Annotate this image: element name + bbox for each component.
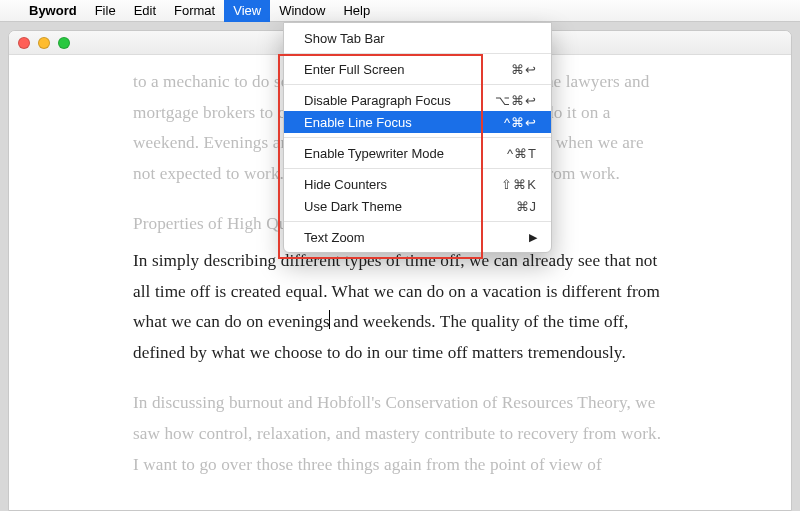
- menu-disable-paragraph-focus[interactable]: Disable Paragraph Focus ⌥⌘↩: [284, 89, 551, 111]
- menu-enable-typewriter-mode[interactable]: Enable Typewriter Mode ^⌘T: [284, 142, 551, 164]
- menubar-help[interactable]: Help: [334, 0, 379, 22]
- paragraph-focused: In simply describing different types of …: [133, 246, 667, 368]
- menu-shortcut: ⇧⌘K: [501, 177, 537, 192]
- menubar-view[interactable]: View: [224, 0, 270, 22]
- traffic-light-zoom-icon[interactable]: [58, 37, 70, 49]
- menu-shortcut: ⌘↩: [511, 62, 537, 77]
- menubar-edit[interactable]: Edit: [125, 0, 165, 22]
- menu-shortcut: ^⌘T: [507, 146, 537, 161]
- menu-label: Use Dark Theme: [304, 199, 402, 214]
- menu-text-zoom[interactable]: Text Zoom ▶: [284, 226, 551, 248]
- menu-label: Hide Counters: [304, 177, 387, 192]
- paragraph-dimmed: In discussing burnout and Hobfoll's Cons…: [133, 388, 667, 480]
- menubar-window[interactable]: Window: [270, 0, 334, 22]
- menu-label: Disable Paragraph Focus: [304, 93, 451, 108]
- menu-separator: [284, 168, 551, 169]
- menu-hide-counters[interactable]: Hide Counters ⇧⌘K: [284, 173, 551, 195]
- traffic-light-minimize-icon[interactable]: [38, 37, 50, 49]
- menu-shortcut: ⌥⌘↩: [495, 93, 537, 108]
- menubar: Byword File Edit Format View Window Help: [0, 0, 800, 22]
- menu-enable-line-focus[interactable]: Enable Line Focus ^⌘↩: [284, 111, 551, 133]
- view-menu: Show Tab Bar Enter Full Screen ⌘↩ Disabl…: [283, 22, 552, 253]
- menu-enter-full-screen[interactable]: Enter Full Screen ⌘↩: [284, 58, 551, 80]
- menu-label: Show Tab Bar: [304, 31, 385, 46]
- menu-separator: [284, 137, 551, 138]
- menu-label: Enable Line Focus: [304, 115, 412, 130]
- menu-separator: [284, 53, 551, 54]
- menubar-app-name[interactable]: Byword: [20, 0, 86, 22]
- chevron-right-icon: ▶: [529, 231, 537, 244]
- menu-label: Enter Full Screen: [304, 62, 404, 77]
- menubar-file[interactable]: File: [86, 0, 125, 22]
- menu-label: Text Zoom: [304, 230, 365, 245]
- menu-shortcut: ⌘J: [516, 199, 538, 214]
- traffic-light-close-icon[interactable]: [18, 37, 30, 49]
- menu-show-tab-bar[interactable]: Show Tab Bar: [284, 27, 551, 49]
- menu-separator: [284, 84, 551, 85]
- menu-use-dark-theme[interactable]: Use Dark Theme ⌘J: [284, 195, 551, 217]
- menu-label: Enable Typewriter Mode: [304, 146, 444, 161]
- menu-separator: [284, 221, 551, 222]
- menu-shortcut: ^⌘↩: [504, 115, 537, 130]
- menubar-format[interactable]: Format: [165, 0, 224, 22]
